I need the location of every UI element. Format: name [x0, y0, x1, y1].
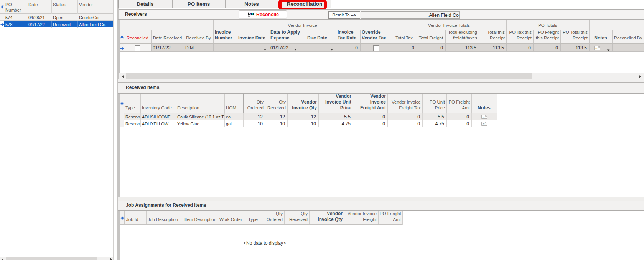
svg-text:a: a	[596, 46, 598, 50]
svg-text:a: a	[483, 115, 485, 119]
svg-text:a: a	[483, 122, 485, 126]
